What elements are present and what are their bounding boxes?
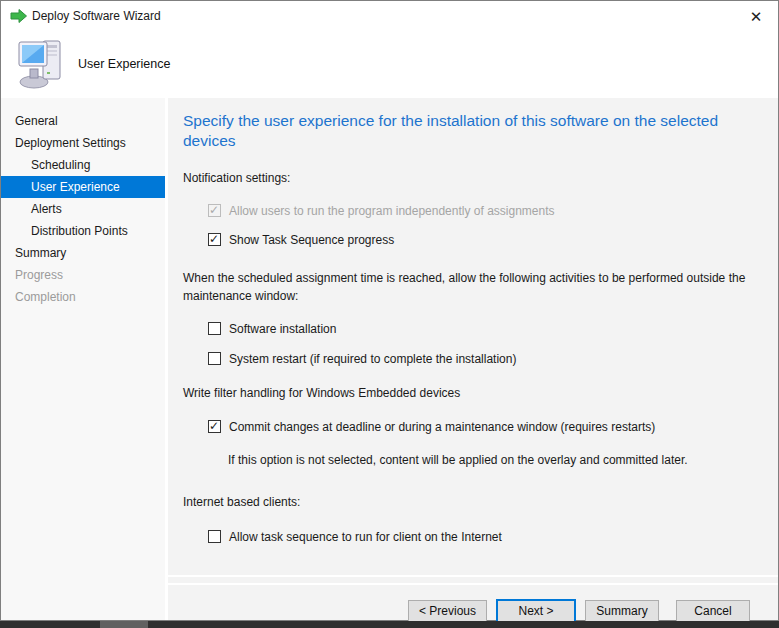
sidebar-item-summary[interactable]: Summary [1,242,165,264]
footer-divider-bottom [168,583,778,585]
green-arrow-icon [10,9,27,23]
sidebar-item-user-experience[interactable]: User Experience [1,176,165,198]
checkbox-unchecked[interactable] [208,530,221,543]
checkbox-checked-disabled: ✓ [208,204,221,217]
show-task-sequence-progress-checkbox-row[interactable]: ✓ Show Task Sequence progress [208,232,394,247]
commit-changes-checkbox-row[interactable]: ✓ Commit changes at deadline or during a… [208,419,655,434]
checkmark-icon: ✓ [209,203,219,218]
maintenance-window-text: When the scheduled assignment time is re… [183,269,751,305]
taskbar-strip [0,621,779,628]
sidebar-item-completion: Completion [1,286,165,308]
checkbox-checked[interactable]: ✓ [208,233,221,246]
footer-divider-top [168,575,778,577]
allow-users-run-program-label: Allow users to run the program independe… [229,204,555,218]
page-title: User Experience [78,31,170,98]
allow-internet-checkbox-row[interactable]: Allow task sequence to run for client on… [208,529,502,544]
next-button[interactable]: Next > [496,599,576,623]
commit-note-text: If this option is not selected, content … [228,453,688,468]
wizard-steps-sidebar: General Deployment Settings Scheduling U… [1,98,165,620]
checkbox-unchecked[interactable] [208,352,221,365]
sidebar-item-progress: Progress [1,264,165,286]
taskbar-segment [100,621,148,628]
sidebar-item-general[interactable]: General [1,110,165,132]
write-filter-label: Write filter handling for Windows Embedd… [183,386,460,401]
close-icon[interactable]: ✕ [746,7,766,27]
computer-icon [18,39,65,89]
summary-button[interactable]: Summary [585,600,659,622]
show-task-sequence-progress-label: Show Task Sequence progress [229,233,394,247]
allow-internet-label: Allow task sequence to run for client on… [229,530,502,544]
window-title: Deploy Software Wizard [32,1,161,31]
cancel-button[interactable]: Cancel [676,600,750,622]
wizard-page-content: Specify the user experience for the inst… [168,98,778,620]
software-installation-label: Software installation [229,322,336,336]
sidebar-item-alerts[interactable]: Alerts [1,198,165,220]
page-heading: Specify the user experience for the inst… [183,111,768,151]
wizard-button-row: < Previous Next > Summary Cancel [408,600,750,623]
commit-changes-label: Commit changes at deadline or during a m… [229,420,655,434]
internet-clients-label: Internet based clients: [183,495,300,510]
deploy-software-wizard-window: Deploy Software Wizard ✕ User Experience… [0,0,779,621]
system-restart-checkbox-row[interactable]: System restart (if required to complete … [208,351,516,366]
allow-users-run-program-checkbox-row: ✓ Allow users to run the program indepen… [208,203,555,218]
system-restart-label: System restart (if required to complete … [229,352,516,366]
sidebar-item-distribution-points[interactable]: Distribution Points [1,220,165,242]
wizard-page-header: User Experience [1,31,778,98]
checkbox-unchecked[interactable] [208,322,221,335]
checkmark-icon: ✓ [209,419,219,434]
notification-settings-label: Notification settings: [183,171,290,186]
checkbox-checked[interactable]: ✓ [208,420,221,433]
sidebar-item-scheduling[interactable]: Scheduling [1,154,165,176]
software-installation-checkbox-row[interactable]: Software installation [208,321,336,336]
previous-button[interactable]: < Previous [408,600,487,622]
checkmark-icon: ✓ [209,232,219,247]
title-bar: Deploy Software Wizard ✕ [1,1,778,31]
sidebar-item-deployment-settings[interactable]: Deployment Settings [1,132,165,154]
